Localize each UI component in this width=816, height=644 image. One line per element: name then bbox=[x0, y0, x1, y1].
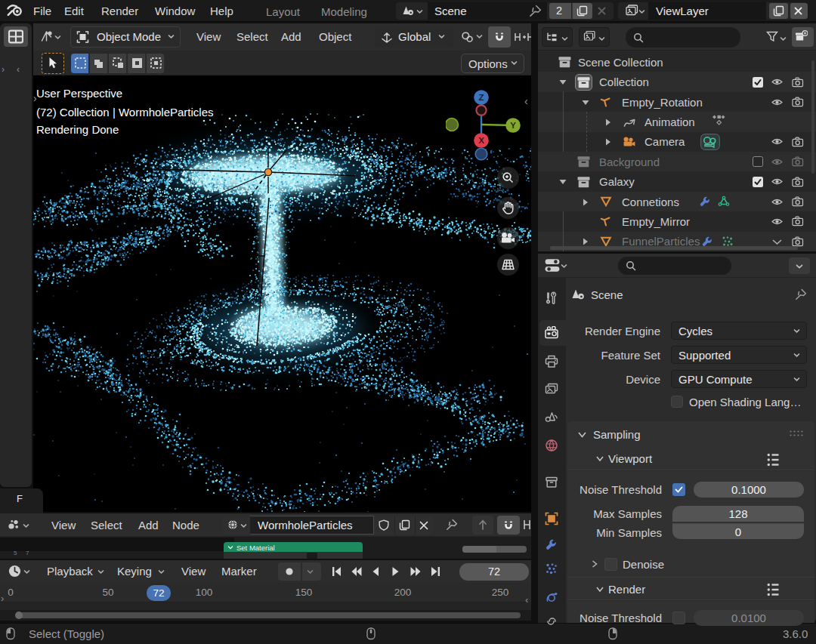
svg-text:X: X bbox=[478, 136, 484, 145]
svg-text:Y: Y bbox=[510, 121, 516, 130]
svg-text:Z: Z bbox=[478, 93, 484, 102]
